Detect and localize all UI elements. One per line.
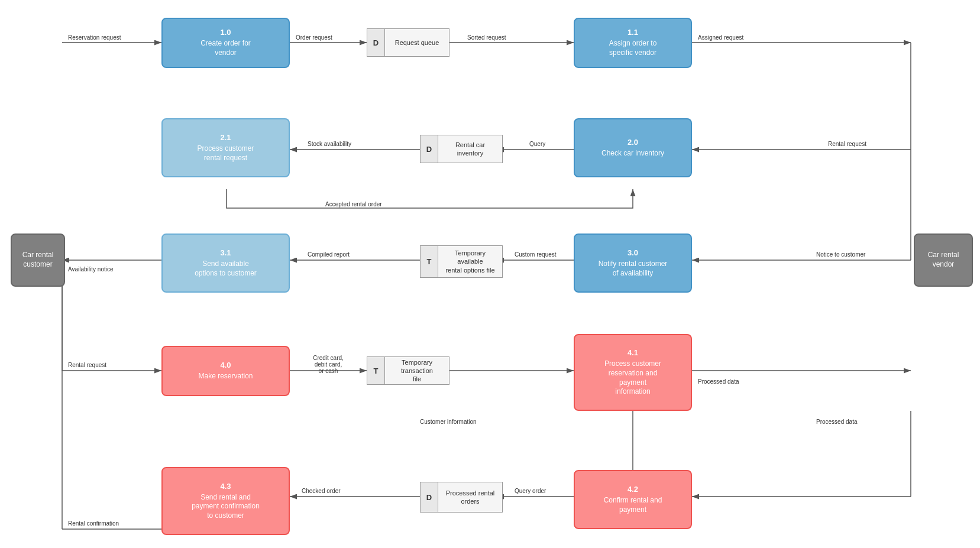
label-accepted-rental: Accepted rental order	[325, 201, 382, 207]
label-checked-order: Checked order	[302, 488, 341, 494]
process-4-2: 4.2 Confirm rental andpayment	[574, 470, 692, 529]
label-rental-request-row4: Rental request	[68, 362, 106, 368]
label-query: Query	[529, 141, 545, 147]
entity-car-rental-vendor: Car rental vendor	[914, 234, 973, 287]
label-query-order: Query order	[515, 488, 546, 494]
process-2-1: 2.1 Process customerrental request	[161, 118, 290, 177]
store-request-queue: D Request queue	[367, 28, 449, 57]
process-4-3: 4.3 Send rental andpayment confirmationt…	[161, 467, 290, 535]
store-temp-trans: T Temporary transactionfile	[367, 356, 449, 385]
process-2-0: 2.0 Check car inventory	[574, 118, 692, 177]
label-reservation-request: Reservation request	[68, 34, 121, 41]
label-stock-availability: Stock availability	[308, 141, 351, 147]
process-1-1: 1.1 Assign order tospecific vendor	[574, 18, 692, 68]
label-processed-data-vendor2: Processed data	[816, 419, 858, 425]
store-processed-orders: D Processed rentalorders	[420, 482, 503, 513]
store-temp-avail: T Temporary availablerental options file	[420, 245, 503, 278]
label-rental-confirmation: Rental confirmation	[68, 520, 119, 527]
process-4-1: 4.1 Process customerreservation andpayme…	[574, 334, 692, 411]
label-order-request: Order request	[296, 34, 332, 41]
label-sorted-request: Sorted request	[467, 34, 506, 41]
store-rental-car-inventory: D Rental car inventory	[420, 135, 503, 163]
entity-car-rental-customer: Car rental customer	[11, 234, 65, 287]
label-assigned-request: Assigned request	[698, 34, 743, 41]
diagram-canvas: Car rental customer Car rental vendor 1.…	[0, 0, 980, 548]
label-customer-information: Customer information	[420, 419, 477, 425]
label-rental-request-row2: Rental request	[828, 141, 866, 147]
label-credit-card: Credit card,debit card,or cash	[296, 355, 361, 374]
label-processed-data-vendor: Processed data	[698, 378, 739, 385]
process-1-0: 1.0 Create order forvendor	[161, 18, 290, 68]
label-availability-notice: Availability notice	[68, 266, 114, 273]
label-compiled-report: Compiled report	[308, 251, 350, 258]
label-notice-to-customer: Notice to customer	[816, 251, 865, 258]
process-4-0: 4.0 Make reservation	[161, 346, 290, 396]
process-3-0: 3.0 Notify rental customerof availabilit…	[574, 234, 692, 293]
process-3-1: 3.1 Send availableoptions to customer	[161, 234, 290, 293]
label-custom-request: Custom request	[515, 251, 557, 258]
